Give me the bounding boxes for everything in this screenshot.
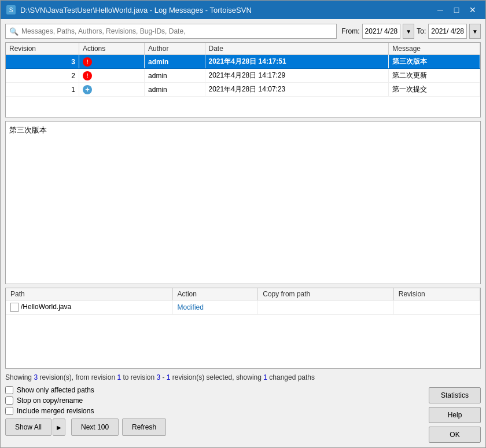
col-message: Message	[389, 43, 480, 55]
message-panel: 第三次版本	[5, 121, 481, 284]
search-input[interactable]	[21, 27, 333, 35]
refresh-button[interactable]: Refresh	[122, 418, 166, 436]
from-date-btn[interactable]: ▼	[403, 24, 414, 39]
side-left: Show only affected paths Stop on copy/re…	[5, 386, 424, 443]
cell-date: 2021年4月28日 14:17:51	[205, 55, 389, 69]
date-range: From: 2021/ 4/28 ▼ To: 2021/ 4/28 ▼	[341, 24, 481, 39]
next-100-button[interactable]: Next 100	[71, 418, 119, 436]
window-title: D:\SVN\JavaTestUser\HelloWorld.java - Lo…	[20, 6, 252, 14]
status-bar: Showing 3 revision(s), from revision 1 t…	[5, 372, 481, 383]
col-author: Author	[145, 43, 205, 55]
paths-col-path: Path	[6, 288, 172, 300]
cell-author: admin	[145, 83, 205, 97]
include-merged-label: Include merged revisions	[17, 407, 94, 415]
cell-date: 2021年4月28日 14:07:23	[205, 83, 389, 97]
search-wrap[interactable]: 🔍	[5, 24, 337, 39]
stop-copy-checkbox[interactable]	[5, 396, 13, 405]
added-icon: +	[83, 85, 92, 94]
checkbox-include-merged: Include merged revisions	[5, 407, 424, 415]
show-all-arrow[interactable]: ▶	[53, 418, 65, 436]
file-icon	[10, 303, 19, 312]
titlebar-controls: ─ □ ✕	[433, 4, 480, 16]
bottom-buttons: Show All ▶ Next 100 Refresh	[5, 418, 424, 436]
cell-author: admin	[145, 69, 205, 83]
table-row[interactable]: 2!admin2021年4月28日 14:17:29第二次更新	[6, 69, 480, 83]
checkboxes: Show only affected paths Stop on copy/re…	[5, 386, 424, 415]
col-revision: Revision	[6, 43, 79, 55]
col-actions: Actions	[79, 43, 144, 55]
cell-author: admin	[145, 55, 205, 69]
cell-action: !	[79, 55, 144, 69]
cell-message: 第二次更新	[389, 69, 480, 83]
paths-cell-action: Modified	[172, 300, 258, 315]
show-affected-label: Show only affected paths	[17, 386, 94, 394]
ok-button[interactable]: OK	[429, 427, 481, 443]
cell-revision: 1	[6, 83, 79, 97]
checkbox-show-affected: Show only affected paths	[5, 386, 424, 394]
content-area: 🔍 From: 2021/ 4/28 ▼ To: 2021/ 4/28 ▼	[1, 19, 485, 447]
to-date-btn[interactable]: ▼	[469, 24, 481, 39]
message-content: 第三次版本	[9, 126, 47, 134]
help-button[interactable]: Help	[429, 407, 481, 423]
app-icon: S	[6, 5, 16, 14]
paths-table: Path Action Copy from path Revision /Hel…	[6, 288, 480, 315]
stop-copy-label: Stop on copy/rename	[17, 396, 83, 405]
cell-action: !	[79, 69, 144, 83]
include-merged-checkbox[interactable]	[5, 407, 13, 415]
cell-action: +	[79, 83, 144, 97]
close-button[interactable]: ✕	[466, 4, 480, 16]
status-text: Showing 3 revision(s), from revision 1 t…	[5, 373, 315, 381]
table-row[interactable]: 3!admin2021年4月28日 14:17:51第三次版本	[6, 55, 480, 69]
to-date-value: 2021/ 4/28	[431, 27, 464, 35]
titlebar: S D:\SVN\JavaTestUser\HelloWorld.java - …	[1, 1, 485, 19]
cell-message: 第三次版本	[389, 55, 480, 69]
log-table: Revision Actions Author Date Message 3!a…	[6, 43, 480, 97]
paths-cell-copy-from	[258, 300, 394, 315]
paths-col-revision: Revision	[393, 288, 480, 300]
modified-icon: !	[83, 71, 92, 80]
cell-revision: 2	[6, 69, 79, 83]
paths-col-action: Action	[172, 288, 258, 300]
checkbox-stop-copy: Stop on copy/rename	[5, 396, 424, 405]
paths-cell-path: /HelloWorld.java	[6, 300, 172, 315]
show-affected-checkbox[interactable]	[5, 386, 13, 394]
search-bar: 🔍 From: 2021/ 4/28 ▼ To: 2021/ 4/28 ▼	[5, 24, 481, 39]
statistics-button[interactable]: Statistics	[429, 387, 481, 403]
titlebar-left: S D:\SVN\JavaTestUser\HelloWorld.java - …	[6, 5, 252, 14]
col-date: Date	[205, 43, 389, 55]
paths-cell-revision	[393, 300, 480, 315]
main-window: S D:\SVN\JavaTestUser\HelloWorld.java - …	[0, 0, 486, 448]
paths-col-copy-from: Copy from path	[258, 288, 394, 300]
from-date-value: 2021/ 4/28	[365, 27, 398, 35]
cell-revision: 3	[6, 55, 79, 69]
modified-icon: !	[83, 57, 92, 67]
search-icon: 🔍	[9, 27, 19, 36]
minimize-button[interactable]: ─	[433, 4, 447, 16]
from-date-input[interactable]: 2021/ 4/28	[362, 24, 401, 39]
to-date-input[interactable]: 2021/ 4/28	[428, 24, 467, 39]
cell-date: 2021年4月28日 14:17:29	[205, 69, 389, 83]
to-label: To:	[417, 27, 426, 35]
show-all-button[interactable]: Show All	[5, 418, 51, 436]
bottom-left-buttons: Show All ▶ Next 100 Refresh	[5, 418, 166, 436]
cell-message: 第一次提交	[389, 83, 480, 97]
from-label: From:	[341, 27, 359, 35]
side-area: Show only affected paths Stop on copy/re…	[5, 386, 481, 443]
log-table-wrap: Revision Actions Author Date Message 3!a…	[5, 42, 481, 117]
table-row[interactable]: 1+admin2021年4月28日 14:07:23第一次提交	[6, 83, 480, 97]
maximize-button[interactable]: □	[450, 4, 463, 16]
side-right: Statistics Help OK	[429, 387, 481, 443]
paths-panel: Path Action Copy from path Revision /Hel…	[5, 288, 481, 369]
paths-table-row[interactable]: /HelloWorld.javaModified	[6, 300, 480, 315]
